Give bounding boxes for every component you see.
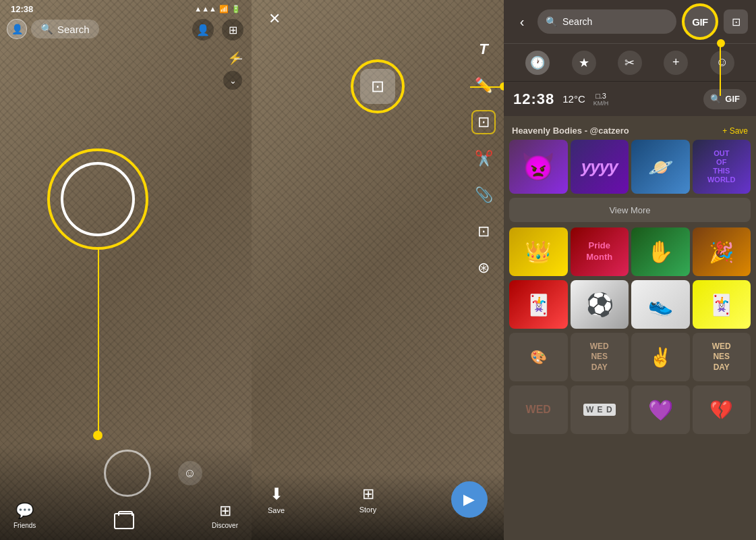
speed-unit: KM/H xyxy=(593,100,609,107)
scissors-tool-button[interactable]: ✂️ xyxy=(471,146,496,171)
sticker-item[interactable]: PrideMonth xyxy=(571,227,629,276)
section3-stickers: 🃏 ⚽ 👟 🃏 xyxy=(509,280,751,329)
sticker-item[interactable]: 🪐 xyxy=(631,140,690,194)
sticker-item[interactable]: 💔 xyxy=(693,385,751,434)
nav-memories[interactable] xyxy=(114,513,134,529)
sticker-item[interactable]: 🎨 xyxy=(509,333,568,381)
flash-button[interactable]: ⚡̶ xyxy=(227,51,242,65)
sticker-connector-dot xyxy=(500,82,504,90)
annotation-line xyxy=(98,250,99,439)
sticker-item[interactable]: 💜 xyxy=(631,385,690,434)
status-time: 12:38 xyxy=(11,4,33,14)
search-label: Search xyxy=(57,24,90,35)
sticker-item[interactable]: WEDNESDAY xyxy=(571,333,629,381)
shutter-button[interactable] xyxy=(104,450,151,497)
annotation-dot xyxy=(93,431,103,440)
timer-tool-icon: ⊛ xyxy=(477,259,490,277)
chevron-down-button[interactable]: ⌄ xyxy=(223,71,242,90)
section2-stickers: 👑 PrideMonth ✋ 🎉 xyxy=(509,227,751,276)
sticker-item[interactable]: 🃏 xyxy=(509,280,568,329)
plus-category[interactable]: + xyxy=(664,51,688,75)
nav-friends[interactable]: 💬 Friends xyxy=(13,502,36,529)
crop-tool-button[interactable]: ⊡ xyxy=(471,219,496,244)
gif-search-mini[interactable]: 🔍 GIF xyxy=(703,89,747,109)
emoji-icon: ☺ xyxy=(716,55,728,70)
emoji-category[interactable]: ☺ xyxy=(710,51,734,75)
battery-icon: 🔋 xyxy=(231,5,241,14)
sticker-item[interactable]: ✋ xyxy=(631,227,690,276)
emoji-button[interactable]: ☺ xyxy=(178,461,202,485)
nav-discover[interactable]: ⊞ Discover xyxy=(212,502,238,529)
edit-bottom-bar: ⬇ Save ⊞ Story ▶ xyxy=(252,473,504,540)
search-bar[interactable]: 🔍 Search xyxy=(31,20,99,38)
section5-stickers: WED W E D 💜 💔 xyxy=(509,385,751,434)
gif-header: ‹ 🔍 Search GIF ⊡ xyxy=(504,0,756,43)
edit-tools: T ✏️ ⊡ ✂️ 📎 ⊡ ⊛ xyxy=(471,37,496,280)
view-more-button[interactable]: View More xyxy=(509,198,751,222)
crop-tool-icon: ⊡ xyxy=(477,223,490,240)
section1-header: Heavenly Bodies - @catzero + Save xyxy=(509,122,751,140)
section1-stickers: 👿 yyyy 🪐 OUTOFTHISWORLD xyxy=(509,140,751,194)
star-icon: ★ xyxy=(579,55,589,70)
sticker-item[interactable]: WED xyxy=(509,385,568,434)
timer-tool-button[interactable]: ⊛ xyxy=(471,256,496,280)
starred-category[interactable]: ★ xyxy=(572,51,596,75)
friends-icon: 💬 xyxy=(16,502,34,520)
sticker-item[interactable]: 👿 xyxy=(509,140,568,194)
send-to-button[interactable]: ▶ xyxy=(451,481,488,518)
add-snap-button[interactable]: ⊞ xyxy=(222,19,243,40)
camera-header-actions: 👤 ⊞ xyxy=(192,19,243,40)
sticker-icon: ⊡ xyxy=(371,77,384,96)
sticker-button[interactable]: ⊡ xyxy=(360,69,395,104)
user-avatar[interactable]: 👤 xyxy=(7,19,27,39)
gif-connector-line xyxy=(720,43,721,96)
gif-panel: ‹ 🔍 Search GIF ⊡ 🕐 ★ ✂ + ☺ xyxy=(504,0,756,540)
view-more-label: View More xyxy=(609,205,650,215)
paperclip-tool-button[interactable]: 📎 xyxy=(471,183,496,207)
sticker-tool-button[interactable]: ⊡ xyxy=(471,110,496,134)
gif-button-highlighted[interactable]: GIF xyxy=(682,3,718,40)
sticker-item[interactable]: 🎉 xyxy=(693,227,751,276)
sticker-item[interactable]: OUTOFTHISWORLD xyxy=(693,140,751,194)
sticker-item[interactable]: 🃏 xyxy=(693,280,751,329)
camera-panel: 12:38 ▲▲▲ 📶 🔋 👤 🔍 Search 👤 ⊞ ⚡̶ ⌄ xyxy=(0,0,252,540)
sticker-item[interactable]: 👟 xyxy=(631,280,690,329)
gif-search-icon: 🔍 xyxy=(546,16,557,27)
shutter-button-indicator xyxy=(61,162,135,236)
gif-search-bar[interactable]: 🔍 Search xyxy=(537,9,676,34)
plus-icon: + xyxy=(672,55,680,70)
gif-info-bar: 12:38 12°C □.3 KM/H 🔍 GIF xyxy=(504,81,756,116)
save-button[interactable]: ⬇ Save xyxy=(268,485,285,514)
scissors-category[interactable]: ✂ xyxy=(618,51,642,75)
sticker-item[interactable]: WEDNESDAY xyxy=(693,333,751,381)
emoji-icon: ☺ xyxy=(183,466,196,481)
pen-tool-button[interactable]: ✏️ xyxy=(471,74,496,98)
text-tool-icon: T xyxy=(479,40,488,58)
text-tool-button[interactable]: T xyxy=(471,37,496,61)
story-button[interactable]: ⊞ Story xyxy=(359,485,377,514)
sticker-item[interactable]: ⚽ xyxy=(571,280,629,329)
sticker-panel-icon: ⊡ xyxy=(477,113,490,131)
section4-stickers: 🎨 WEDNESDAY ✌️ WEDNESDAY xyxy=(509,333,751,381)
close-button[interactable]: ✕ xyxy=(262,7,287,31)
gif-speed-display: □.3 KM/H xyxy=(593,92,609,107)
gif-search-placeholder: Search xyxy=(562,16,592,27)
recent-icon: 🕐 xyxy=(530,55,545,70)
speed-value: □.3 xyxy=(595,92,606,100)
sticker-item[interactable]: yyyy xyxy=(571,140,629,194)
sticker-item[interactable]: ✌️ xyxy=(631,333,690,381)
send-to-icon: ▶ xyxy=(463,491,475,508)
gif-content[interactable]: Heavenly Bodies - @catzero + Save 👿 yyyy… xyxy=(504,116,756,540)
profile-icon: ⊡ xyxy=(732,16,740,28)
friends-label: Friends xyxy=(13,522,36,529)
sticker-item[interactable]: 👑 xyxy=(509,227,568,276)
camera-search-area: 👤 🔍 Search xyxy=(7,19,99,39)
back-button[interactable]: ‹ xyxy=(512,11,532,32)
profile-button[interactable]: ⊡ xyxy=(724,9,748,34)
recent-category[interactable]: 🕐 xyxy=(525,51,550,75)
sticker-item[interactable]: W E D xyxy=(571,385,629,434)
section1-title: Heavenly Bodies - @catzero xyxy=(512,126,629,136)
add-friend-button[interactable]: 👤 xyxy=(192,19,214,40)
section1-save[interactable]: + Save xyxy=(722,126,748,136)
paperclip-tool-icon: 📎 xyxy=(475,186,493,204)
